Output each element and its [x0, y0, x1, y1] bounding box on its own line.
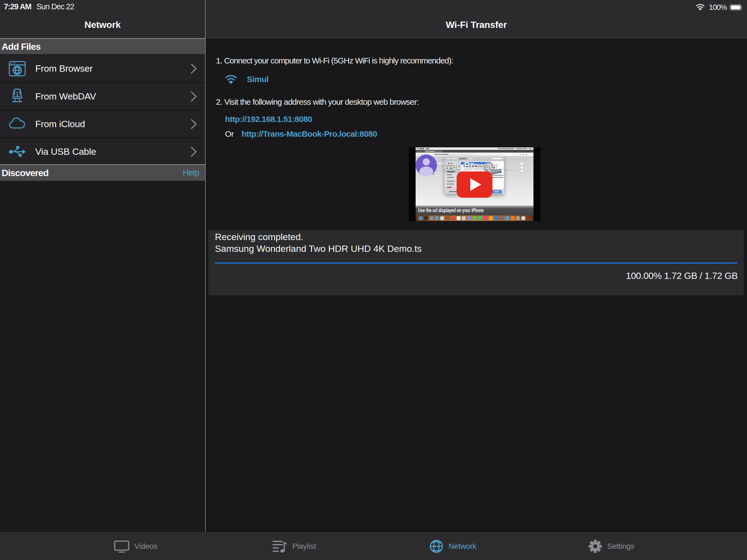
playlist-icon [272, 540, 287, 553]
status-bar-left: 7:29 AMSun Dec 22 [4, 2, 74, 11]
dock-app-icon [484, 216, 488, 220]
settings-gear-icon [588, 539, 602, 553]
discovered-empty-area [0, 181, 205, 532]
status-time: 7:29 AM [4, 2, 31, 11]
dock-app-icon [505, 216, 509, 220]
dock-app-icon [446, 216, 449, 220]
dock-app-icon [440, 216, 444, 220]
chevron-right-icon [191, 119, 197, 129]
dock-app-icon [419, 216, 422, 220]
list-item-label: From WebDAV [35, 91, 96, 102]
tab-playlist[interactable]: Playlist [215, 533, 374, 560]
network-globe-icon [429, 539, 443, 554]
transfer-address-alt-link[interactable]: http://Trans-MacBook-Pro.local:8080 [241, 129, 377, 138]
status-date: Sun Dec 22 [36, 2, 74, 11]
dock-app-icon [451, 216, 455, 220]
progress-bar [215, 262, 737, 263]
instruction-step-1: 1. Connect your computer to Wi-Fi (5GHz … [216, 56, 453, 65]
transfer-status-line: Receiving completed. [215, 231, 422, 243]
list-item-via-usb[interactable]: Via USB Cable [0, 137, 205, 165]
browser-tab-strip [416, 150, 534, 153]
tab-network[interactable]: Network [374, 533, 532, 560]
status-bar-right: 100% [696, 2, 743, 12]
section-header-add-files: Add Files [0, 38, 205, 54]
video-title-overlay: Web Browser ... [443, 160, 508, 172]
tab-label: Playlist [292, 542, 316, 551]
dock-app-icon [457, 216, 460, 220]
chevron-right-icon [191, 63, 197, 74]
dock-app-icon [521, 216, 525, 220]
sidebar: 7:29 AMSun Dec 22 Network Add Files [0, 0, 205, 532]
tab-bar: Videos Playlist [0, 532, 747, 560]
list-item-label: From Browser [35, 63, 93, 74]
battery-percent: 100% [709, 3, 727, 12]
dock-app-icon [430, 216, 433, 220]
list-item-from-icloud[interactable]: From iCloud [0, 110, 205, 137]
avatar-graphic [416, 154, 437, 176]
list-item-from-webdav[interactable]: From WebDAV [0, 82, 205, 110]
dock-app-icon [478, 216, 482, 220]
main-nav-bar: Wi-Fi Transfer 100% [206, 0, 747, 38]
wifi-transfer-content: 1. Connect your computer to Wi-Fi (5GHz … [206, 39, 747, 532]
split-view-divider [205, 0, 206, 532]
or-label: Or [225, 129, 234, 138]
play-button[interactable] [457, 172, 492, 198]
transfer-status-text: Receiving completed. Samsung Wonderland … [215, 231, 422, 255]
video-caption-bar: Use the url displayed on your iPhone [416, 206, 534, 215]
mac-menubar [416, 147, 534, 150]
browser-url-bar [416, 153, 534, 156]
video-screenshot: Web Browser ... Use the url displayed on… [416, 147, 534, 221]
wifi-icon [225, 74, 237, 85]
add-files-list: From Browser [0, 55, 205, 165]
list-item-label: From iCloud [35, 119, 85, 129]
usb-icon [8, 143, 26, 160]
videos-icon [114, 540, 129, 553]
tab-label: Videos [134, 542, 157, 551]
dock-app-icon [511, 216, 515, 220]
battery-icon [729, 4, 743, 11]
dock-app-icon [500, 216, 504, 220]
wifi-network-name: Simul [247, 75, 268, 84]
list-item-label: Via USB Cable [35, 146, 96, 157]
progress-percent-text: 100.00% 1.72 GB / 1.72 GB [626, 271, 738, 281]
mac-dock [416, 215, 534, 221]
cloud-icon [8, 116, 26, 133]
section-label: Discovered [0, 168, 48, 178]
dock-app-icon [494, 216, 498, 220]
dock-app-icon [489, 216, 493, 220]
transfer-file-name: Samsung Wonderland Two HDR UHD 4K Demo.t… [215, 243, 422, 255]
video-caption: Use the url displayed on your iPhone [418, 207, 484, 213]
tab-label: Network [449, 542, 476, 551]
section-header-discovered: Discovered Help [0, 164, 205, 181]
browser-icon [8, 60, 26, 77]
webdav-icon [8, 88, 26, 105]
instruction-step-2: 2. Visit the following address with your… [216, 97, 419, 107]
tab-videos[interactable]: Videos [56, 533, 215, 560]
section-label: Add Files [0, 41, 41, 52]
list-item-from-browser[interactable]: From Browser [0, 55, 205, 82]
dock-app-icon [473, 216, 476, 220]
help-link[interactable]: Help [183, 168, 199, 178]
transfer-status-box: Receiving completed. Samsung Wonderland … [208, 230, 744, 295]
dock-app-icon [516, 216, 520, 220]
dock-app-icon [462, 216, 466, 220]
wifi-status-icon [696, 3, 705, 11]
dock-app-icon [424, 216, 428, 220]
main-pane: Wi-Fi Transfer 100% [206, 0, 747, 532]
transfer-address-link[interactable]: http://192.168.1.51:8080 [225, 114, 312, 124]
dock-app-icon [435, 216, 439, 220]
app-screen: 7:29 AMSun Dec 22 Network Add Files [0, 0, 747, 560]
sidebar-header: 7:29 AMSun Dec 22 Network [0, 0, 205, 38]
dock-app-icon [467, 216, 471, 220]
sidebar-title: Network [0, 19, 205, 30]
wifi-network-row[interactable]: Simul [225, 73, 268, 85]
alternate-address-row: Orhttp://Trans-MacBook-Pro.local:8080 [225, 129, 377, 138]
tab-settings[interactable]: Settings [532, 533, 691, 560]
tutorial-video-thumbnail[interactable]: Web Browser ... Use the url displayed on… [409, 147, 541, 221]
page-title: Wi-Fi Transfer [206, 19, 747, 30]
chevron-right-icon [191, 147, 197, 157]
chevron-right-icon [191, 91, 197, 102]
tab-label: Settings [607, 542, 635, 551]
